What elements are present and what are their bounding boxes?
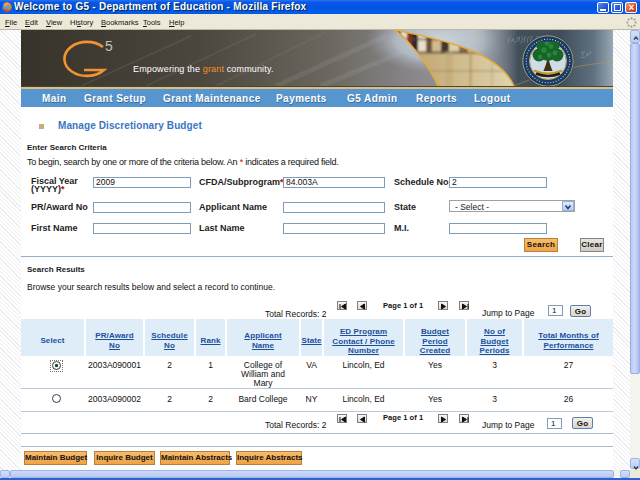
svg-text:∑x²: ∑x² [581, 50, 592, 58]
svg-text:5: 5 [105, 38, 113, 54]
